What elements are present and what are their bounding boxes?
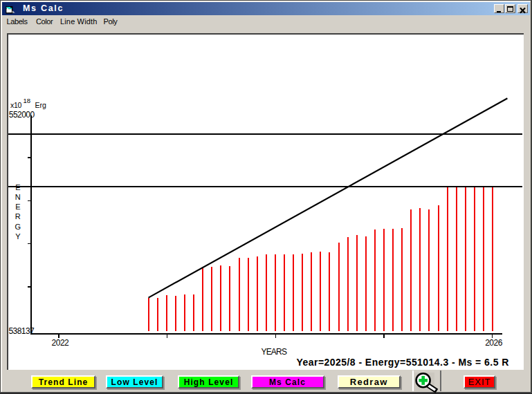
svg-text:Erg: Erg	[35, 101, 47, 109]
svg-text:2022: 2022	[52, 338, 70, 348]
svg-text:Year=2025/8 - Energy=551014.3: Year=2025/8 - Energy=551014.3 - Ms = 6.5…	[297, 357, 509, 368]
svg-text:2026: 2026	[485, 338, 503, 348]
svg-text:G: G	[15, 223, 21, 231]
svg-text:YEARS: YEARS	[261, 347, 286, 357]
svg-text:552000: 552000	[9, 110, 35, 120]
svg-text:E: E	[15, 183, 20, 191]
svg-text:Y: Y	[15, 232, 21, 241]
svg-text:R: R	[15, 212, 21, 221]
svg-text:18: 18	[24, 97, 31, 104]
svg-text:x10: x10	[10, 101, 21, 109]
svg-text:E: E	[15, 203, 20, 211]
svg-text:N: N	[15, 193, 21, 201]
svg-text:538137: 538137	[9, 326, 35, 336]
